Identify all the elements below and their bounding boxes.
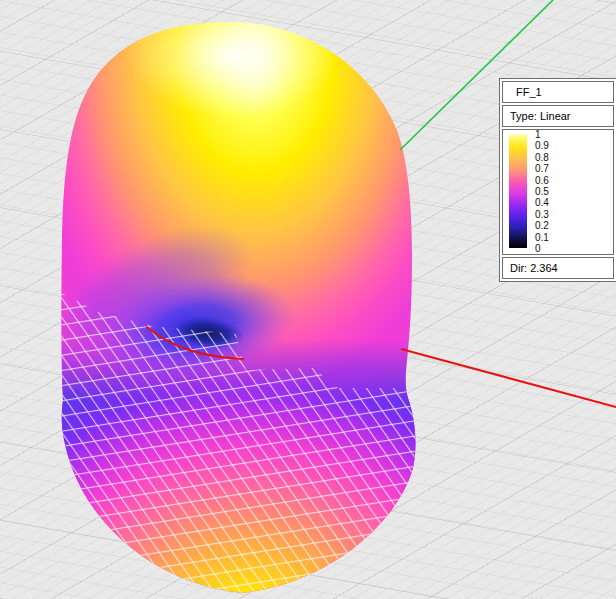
colorbar-tick-label: 0.7 bbox=[535, 163, 549, 174]
x-axis-line bbox=[401, 349, 616, 407]
legend-panel: FF_1 Type: Linear 10.90.80.70.60.50.40.3… bbox=[499, 78, 616, 282]
colorbar-gradient bbox=[509, 134, 527, 248]
colorbar-tick-label: 0.6 bbox=[535, 175, 549, 186]
colorbar-tick-label: 0.1 bbox=[535, 232, 549, 243]
legend-dir-value: Dir: 2.364 bbox=[502, 257, 614, 279]
viewport-3d[interactable]: FF_1 Type: Linear 10.90.80.70.60.50.40.3… bbox=[0, 0, 616, 599]
colorbar-tick-label: 1 bbox=[535, 129, 541, 140]
colorbar-tick-label: 0.3 bbox=[535, 209, 549, 220]
colorbar-tick-label: 0.4 bbox=[535, 197, 549, 208]
legend-colorbar: 10.90.80.70.60.50.40.30.20.10 bbox=[502, 129, 614, 255]
colorbar-tick-label: 0 bbox=[535, 243, 541, 254]
legend-scale-type: Type: Linear bbox=[502, 105, 614, 127]
colorbar-tick-label: 0.2 bbox=[535, 220, 549, 231]
colorbar-tick-label: 0.5 bbox=[535, 186, 549, 197]
colorbar-tick-label: 0.8 bbox=[535, 152, 549, 163]
legend-title: FF_1 bbox=[502, 81, 614, 103]
colorbar-tick-label: 0.9 bbox=[535, 140, 549, 151]
